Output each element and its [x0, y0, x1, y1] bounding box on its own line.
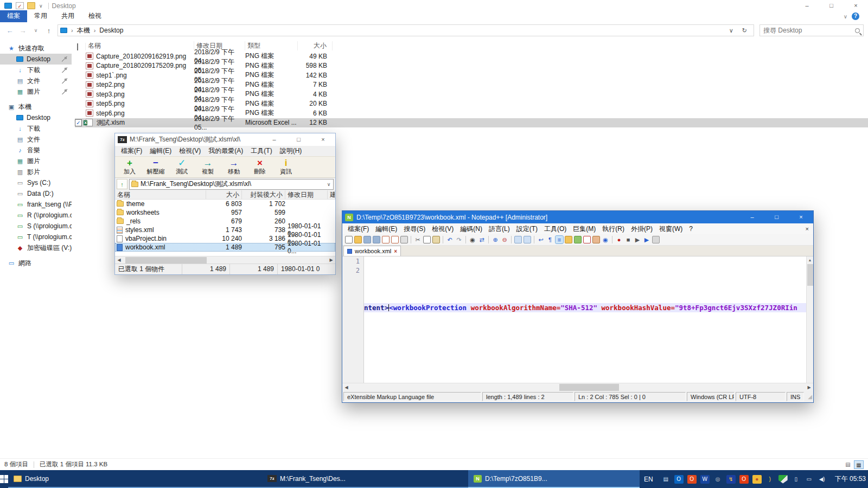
taskbar-button-sevenzip[interactable]: 7zM:\Frank_Tseng\Des...	[262, 470, 468, 488]
palette-icon[interactable]: ●	[752, 475, 762, 484]
table-row[interactable]: ✓測試.xlsm2018/2/9 下午 05...Microsoft Excel…	[75, 118, 868, 128]
scrollbar-thumb[interactable]	[125, 257, 207, 264]
close-all-icon[interactable]	[391, 236, 399, 243]
sidebar-section-pc[interactable]: ▣本機	[0, 101, 72, 112]
column-header-created[interactable]: 建立	[328, 190, 335, 199]
column-header-date[interactable]: 修改日期	[285, 190, 328, 199]
table-row[interactable]: step5.png2018/2/9 下午 04...PNG 檔案20 KB	[75, 99, 868, 109]
menu-item[interactable]: 執行(R)	[599, 224, 628, 234]
help-icon[interactable]: ?	[852, 12, 859, 20]
combo-dropdown-icon[interactable]: ∨	[324, 182, 333, 187]
redo-icon[interactable]: ↷	[455, 236, 463, 243]
sync-v-icon[interactable]	[514, 236, 522, 243]
close-button[interactable]: ×	[311, 133, 335, 146]
notes-icon[interactable]: ▤	[661, 475, 671, 484]
close-button[interactable]: ×	[844, 0, 868, 11]
save-icon[interactable]	[363, 236, 371, 243]
column-header-type[interactable]: 類型	[245, 41, 298, 50]
taskbar-button-explorer[interactable]: Desktop	[8, 470, 262, 488]
word-icon[interactable]: W	[700, 475, 710, 484]
maximize-button[interactable]: □	[819, 0, 844, 11]
recent-locations-chevron-icon[interactable]: ∨	[30, 28, 41, 33]
qat-customize-chevron-icon[interactable]: ∨	[39, 3, 43, 9]
toolbar-button-測試[interactable]: ✓測試	[169, 158, 194, 176]
sidebar-section-net[interactable]: ▭網路	[0, 258, 72, 268]
wrap-icon[interactable]: ↩	[537, 236, 545, 243]
scroll-up-icon[interactable]: ▲	[807, 256, 813, 264]
maximize-button[interactable]: □	[764, 211, 789, 223]
ribbon-tab-常用[interactable]: 常用	[27, 10, 54, 22]
menubar-close-icon[interactable]: ×	[802, 226, 813, 232]
qat-new-folder-icon[interactable]	[27, 2, 35, 9]
macro-run-icon[interactable]: ▶	[643, 236, 650, 243]
archive-row[interactable]: worksheets957599	[115, 208, 335, 217]
insert-mode[interactable]: INS	[787, 392, 804, 401]
table-row[interactable]: step6.png2018/2/9 下午 04...PNG 檔案6 KB	[75, 108, 868, 118]
menu-item[interactable]: 檢視(V)	[429, 224, 457, 234]
table-row[interactable]: step2.png2018/2/9 下午 04...PNG 檔案7 KB	[75, 80, 868, 90]
ribbon-tab-檢視[interactable]: 檢視	[81, 10, 108, 22]
scroll-right-icon[interactable]: ▶	[327, 258, 335, 262]
close-button[interactable]: ×	[789, 211, 813, 223]
menu-item[interactable]: 編輯(E)	[372, 224, 400, 234]
doc-switcher-icon[interactable]	[574, 236, 582, 243]
toolbar-button-加入[interactable]: +加入	[117, 158, 142, 176]
table-row[interactable]: step3.png2018/2/9 下午 04...PNG 檔案4 KB	[75, 89, 868, 99]
outlook-icon[interactable]: O	[674, 475, 684, 484]
menu-item[interactable]: 編輯(E)	[146, 146, 175, 156]
table-row[interactable]: step1`.png2018/2/9 下午 05...PNG 檔案142 KB	[75, 70, 868, 80]
open-file-icon[interactable]	[354, 236, 362, 243]
sidebar-item[interactable]: ▭frank_tseng (\\Pers	[0, 199, 72, 210]
editor-area[interactable]: 12 ntent><workbookProtection workbookAlg…	[342, 256, 813, 383]
banana-icon[interactable]: )	[765, 475, 775, 484]
back-button[interactable]: ←	[4, 27, 15, 35]
sidebar-item[interactable]: ↓下載	[0, 65, 72, 75]
undo-icon[interactable]: ↶	[446, 236, 454, 243]
minimize-button[interactable]: –	[795, 0, 819, 11]
archive-row[interactable]: theme6 8031 702	[115, 200, 335, 208]
notepadpp-titlebar[interactable]: N D:\Temp\7zO851B9723\workbook.xml - Not…	[342, 211, 813, 223]
menu-item[interactable]: 編碼(N)	[457, 224, 486, 234]
print-icon[interactable]	[400, 236, 408, 243]
scrollbar-thumb[interactable]	[807, 264, 813, 286]
office-icon[interactable]: O	[687, 475, 697, 484]
sidebar-item[interactable]: ▭Sys (C:)	[0, 177, 72, 188]
menu-item[interactable]: 工具(O)	[541, 224, 570, 234]
view-thumbnails-button[interactable]: ▦	[854, 460, 864, 469]
bolt-icon[interactable]: ↯	[726, 475, 736, 484]
zoom-out-icon[interactable]: ⊖	[501, 236, 508, 243]
opera-icon[interactable]: O	[739, 475, 749, 484]
menu-item[interactable]: 我的最愛(A)	[205, 146, 247, 156]
address-bar[interactable]: ›本機›Desktop ∨ ↻	[58, 24, 754, 36]
volume-icon[interactable]: ◀)	[818, 475, 827, 484]
folder-workspace-icon[interactable]	[592, 236, 600, 243]
network-icon[interactable]: ▭	[805, 475, 814, 484]
column-header-size[interactable]: 大小	[298, 41, 333, 50]
parent-folder-button[interactable]: ↑	[117, 179, 127, 189]
column-header-date[interactable]: 修改日期	[194, 41, 245, 50]
close-file-icon[interactable]	[382, 236, 390, 243]
toolbar-button-複製[interactable]: →複製	[195, 158, 220, 176]
menu-item[interactable]: 工具(T)	[247, 146, 276, 156]
dial-icon[interactable]: ◎	[713, 475, 723, 484]
show-symbol-icon[interactable]: ¶	[546, 236, 554, 243]
monitor-icon[interactable]	[583, 236, 591, 243]
sidebar-item[interactable]: ♪音樂	[0, 145, 72, 156]
replace-icon[interactable]: ⇄	[478, 236, 486, 243]
explorer-titlebar[interactable]: ✓ ∨ Desktop – □ ×	[0, 0, 868, 11]
archive-row[interactable]: workbook.xml1 4897951980-01-01 0...	[115, 243, 335, 252]
qat-properties-icon[interactable]: ✓	[16, 2, 24, 9]
archive-path-combo[interactable]: M:\Frank_Tseng\Desktop\測試.xlsm\xl\ ∨	[129, 179, 334, 190]
start-button[interactable]	[0, 470, 8, 488]
sidebar-item[interactable]: ▦圖片	[0, 86, 72, 97]
doc-map-icon[interactable]	[565, 236, 572, 243]
taskbar-button-notepadpp[interactable]: ND:\Temp\7zO851B9...	[468, 470, 640, 488]
zoom-in-icon[interactable]: ⊕	[492, 236, 499, 243]
search-box[interactable]	[760, 24, 864, 36]
cut-icon[interactable]: ✂	[414, 236, 422, 243]
sidebar-item[interactable]: ▦圖片	[0, 156, 72, 166]
column-header-name[interactable]: ^ 名稱	[86, 41, 194, 50]
ribbon-tab-檔案[interactable]: 檔案	[0, 10, 27, 22]
tab-close-icon[interactable]: ×	[394, 248, 397, 254]
search-input[interactable]	[763, 27, 855, 34]
